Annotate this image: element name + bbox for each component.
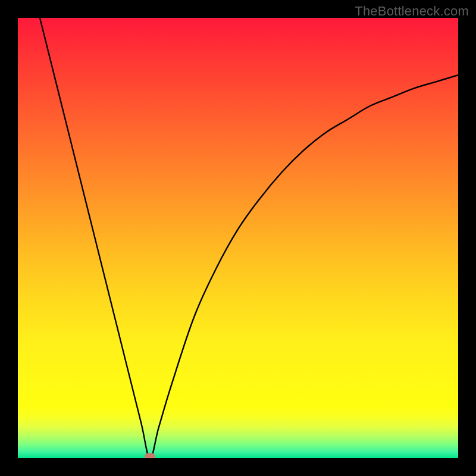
minimum-marker xyxy=(145,453,155,458)
plot-area xyxy=(18,18,458,458)
curve-layer xyxy=(18,18,458,458)
bottleneck-curve xyxy=(40,18,458,458)
watermark-text: TheBottleneck.com xyxy=(355,4,469,19)
chart-frame: TheBottleneck.com xyxy=(0,0,476,476)
